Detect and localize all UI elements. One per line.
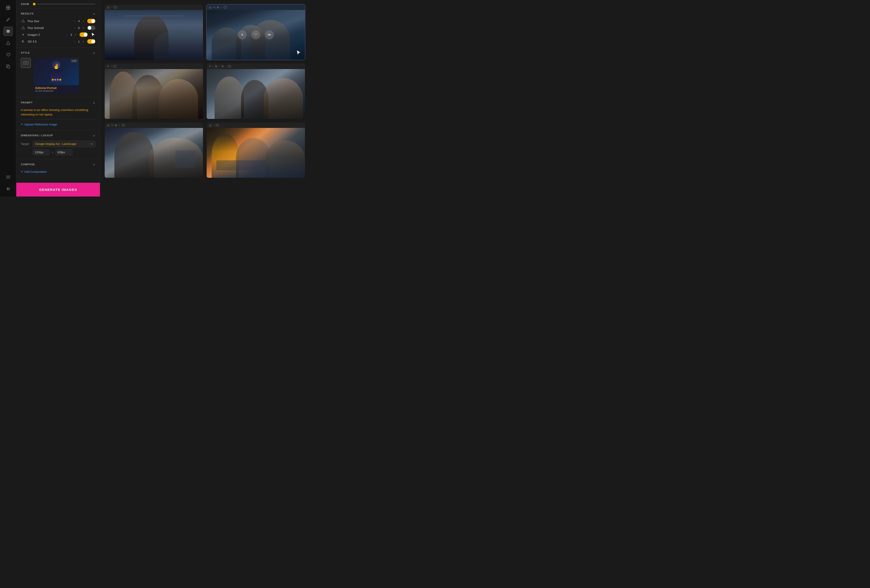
imagen2-toggle[interactable] [79, 33, 88, 37]
image-1-add-btn[interactable]: + [136, 30, 145, 39]
image-6-edit-btn[interactable]: ✏ [265, 148, 274, 157]
svg-rect-16 [113, 65, 116, 67]
height-input[interactable] [55, 150, 73, 155]
image-4-add-btn[interactable]: + [238, 89, 247, 98]
image-4-edit-btn[interactable]: ✏ [265, 89, 274, 98]
image-5-visual: + ♡ ✏ [105, 128, 203, 178]
svg-rect-19 [216, 124, 219, 126]
sidebar-item-favorites[interactable] [3, 50, 13, 60]
sidebar-item-pause[interactable] [3, 184, 13, 194]
sd35-plus[interactable]: + [81, 40, 85, 43]
imagen2-icon: + [21, 33, 25, 37]
generate-images-button[interactable]: GENERATE IMAGES [16, 183, 100, 196]
zoom-section: ZOOM [16, 0, 100, 8]
upload-reference-btn[interactable]: + Upload Reference Image [21, 122, 95, 126]
model-row-flux-schnell: Flux Schnell − 0 + [21, 25, 95, 30]
prompt-section: PROMPT ▲ A woman in an office showing co… [16, 97, 100, 130]
sd35-name: SD 3.5 [28, 40, 70, 43]
image-5-edit-btn[interactable]: ✏ [163, 148, 172, 157]
flux-schnell-toggle[interactable] [87, 25, 95, 30]
image-3-add-btn[interactable]: + [136, 89, 145, 98]
target-label: Target [21, 142, 30, 146]
image-card-4-header: ✦ + S. + ⊕ + [207, 63, 305, 69]
prompt-chevron: ▲ [93, 101, 95, 104]
style-preset-icon[interactable] [21, 58, 31, 68]
image-5-add-btn[interactable]: + [136, 148, 145, 157]
flux-schnell-minus[interactable]: − [73, 26, 76, 30]
image-card-2[interactable]: >> S. + + ♡ ✏ [207, 4, 305, 60]
sd35-toggle[interactable] [87, 39, 95, 44]
image-4-heart-btn[interactable]: ♡ [251, 89, 260, 98]
zoom-track[interactable] [37, 4, 95, 4]
style-card[interactable]: 1 GT ✌ [34, 58, 79, 94]
image-6-heart-btn[interactable]: ♡ [251, 148, 260, 157]
img1-tag-triangle [107, 6, 110, 8]
imagen2-minus[interactable]: − [65, 33, 69, 36]
sidebar-item-copy[interactable] [3, 62, 13, 71]
model-row-imagen2: + Imagen 2 − 3 + [21, 33, 95, 37]
flux-dev-plus[interactable]: + [81, 19, 85, 23]
svg-rect-7 [7, 66, 10, 68]
results-chevron: ▲ [93, 12, 95, 15]
style-card-text: Editorial Portrait by Jed Jacobsohn [34, 85, 79, 94]
svg-rect-3 [8, 8, 10, 9]
zoom-slider-container [33, 3, 95, 6]
dimensions-header[interactable]: DIMENSIONS / LOCKUP ▲ [21, 134, 95, 137]
flux-dev-toggle[interactable] [87, 19, 95, 23]
prompt-header[interactable]: PROMPT ▲ [21, 101, 95, 104]
dimensions-chevron: ▲ [93, 134, 95, 137]
style-header[interactable]: STYLE ▲ [21, 51, 95, 54]
image-card-6[interactable]: + + ♡ ✏ [207, 122, 305, 178]
target-dropdown[interactable]: Google Display Ad - Landscape [33, 141, 95, 147]
svg-rect-13 [24, 63, 28, 64]
image-2-add-btn[interactable]: + [238, 30, 247, 39]
image-2-heart-btn[interactable]: ♡ [251, 30, 260, 39]
image-1-edit-btn[interactable]: ✏ [163, 30, 172, 39]
image-1-heart-btn[interactable]: ♡ [149, 30, 158, 39]
icon-sidebar [0, 0, 16, 196]
add-comp-plus-icon: + [21, 169, 23, 174]
sidebar-item-layers[interactable] [3, 26, 13, 36]
image-5-heart-btn[interactable]: ♡ [149, 148, 158, 157]
flux-dev-name: Flux Dev [28, 19, 70, 23]
zoom-label: ZOOM [21, 3, 29, 6]
image-card-5[interactable]: >> S. + + ♡ ✏ [105, 122, 203, 178]
image-card-3[interactable]: ⊙ + + ♡ ✏ [105, 63, 203, 119]
image-3-edit-btn[interactable]: ✏ [163, 89, 172, 98]
results-header[interactable]: RESULTS ▲ [21, 12, 95, 15]
image-card-4[interactable]: ✦ + S. + ⊕ + + ♡ ✏ [207, 63, 305, 119]
prompt-title: PROMPT [21, 101, 33, 104]
image-card-1[interactable]: + + ♡ ✏ [105, 4, 203, 60]
sd35-minus[interactable]: − [73, 40, 76, 43]
results-section: RESULTS ▲ Flux Dev − 4 + [16, 8, 100, 48]
flux-dev-minus[interactable]: − [73, 19, 76, 23]
svg-rect-17 [228, 65, 231, 67]
svg-rect-9 [9, 187, 9, 190]
sidebar-item-lines[interactable] [3, 172, 13, 182]
compose-header[interactable]: COMPOSE ▲ [21, 163, 95, 166]
image-3-heart-btn[interactable]: ♡ [149, 89, 158, 98]
dimension-x: x [52, 151, 53, 154]
sidebar-item-shapes[interactable] [3, 38, 13, 48]
sidebar-item-layout[interactable] [3, 3, 13, 13]
width-input[interactable] [33, 150, 50, 155]
svg-rect-18 [122, 124, 125, 126]
results-title: RESULTS [21, 12, 34, 15]
imagen2-plus[interactable]: + [74, 33, 77, 36]
svg-rect-1 [8, 6, 10, 7]
model-row-sd35: S. SD 3.5 − 1 + [21, 39, 95, 44]
add-composition-btn[interactable]: + Add Composition [21, 169, 95, 174]
target-value: Google Display Ad - Landscape [35, 142, 76, 146]
compose-title: COMPOSE [21, 163, 35, 166]
cursor-indicator [296, 50, 301, 56]
image-6-add-btn[interactable]: + [238, 148, 247, 157]
flux-schnell-icon [21, 25, 25, 30]
image-2-edit-btn[interactable]: ✏ [265, 30, 274, 39]
prompt-text[interactable]: A woman in an office showing coworkers s… [21, 108, 95, 117]
sidebar-item-edit[interactable] [3, 15, 13, 24]
image-card-6-header: + [207, 122, 305, 128]
dropdown-chevron-icon [91, 143, 93, 145]
imagen2-name: Imagen 2 [28, 33, 63, 36]
upload-plus-icon: + [21, 122, 23, 126]
flux-schnell-plus[interactable]: + [81, 26, 85, 30]
